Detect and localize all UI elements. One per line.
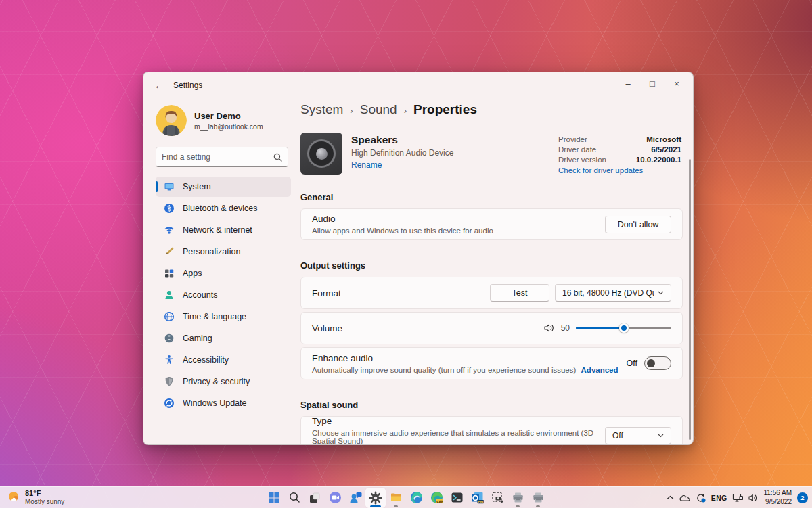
search-icon xyxy=(273,153,282,162)
snipping-tool-button[interactable] xyxy=(487,488,508,508)
terminal-button[interactable] xyxy=(447,488,467,508)
sidebar-item-accounts[interactable]: Accounts xyxy=(156,285,291,305)
chevron-down-icon xyxy=(658,434,664,438)
weather-widget[interactable]: 81°F Mostly sunny xyxy=(7,489,64,505)
outlook-pre-button[interactable]: PRE xyxy=(467,488,487,508)
audio-description: Allow apps and Windows to use this devic… xyxy=(312,227,605,235)
enhance-toggle-state: Off xyxy=(627,359,637,368)
driver-value: 10.0.22000.1 xyxy=(636,156,681,164)
user-profile[interactable]: User Demo m__lab@outlook.com xyxy=(156,105,290,136)
volume-label: Volume xyxy=(312,323,544,333)
titlebar: ← Settings – □ × xyxy=(143,72,693,98)
windows-logo-icon xyxy=(268,492,280,504)
sidebar-item-label: Apps xyxy=(183,269,202,278)
format-dropdown[interactable]: 16 bit, 48000 Hz (DVD Quality) xyxy=(555,284,671,302)
scrollbar[interactable] xyxy=(689,159,691,440)
driver-row: Driver date 6/5/2021 xyxy=(558,145,681,154)
taskbar-apps: CAN PRE xyxy=(264,488,548,508)
device-description: High Definition Audio Device xyxy=(351,148,453,158)
enhance-audio-title: Enhance audio xyxy=(312,353,627,363)
back-button[interactable]: ← xyxy=(149,77,169,93)
start-button[interactable] xyxy=(264,488,284,508)
breadcrumb-sound[interactable]: Sound xyxy=(360,102,397,117)
tray-date: 9/5/2022 xyxy=(763,498,792,507)
printer-a-button[interactable] xyxy=(508,488,528,508)
network-icon[interactable] xyxy=(732,493,743,502)
sidebar-item-time-language[interactable]: Time & language xyxy=(156,306,291,327)
onedrive-cloud-icon[interactable] xyxy=(679,494,690,501)
sidebar-item-system[interactable]: System xyxy=(156,177,291,197)
search-input[interactable] xyxy=(162,152,273,162)
test-button[interactable]: Test xyxy=(490,284,549,302)
taskbar-search-button[interactable] xyxy=(284,488,304,508)
volume-slider-fill xyxy=(576,327,624,329)
volume-slider[interactable] xyxy=(576,323,671,333)
speaker-tray-icon[interactable] xyxy=(748,494,758,502)
time-language-icon xyxy=(164,311,175,322)
check-driver-updates-link[interactable]: Check for driver updates xyxy=(558,166,681,175)
sidebar-item-personalization[interactable]: Personalization xyxy=(156,241,291,262)
sidebar-item-accessibility[interactable]: Accessibility xyxy=(156,350,291,370)
sidebar-item-label: Gaming xyxy=(183,333,212,343)
format-card: Format Test 16 bit, 48000 Hz (DVD Qualit… xyxy=(300,277,683,309)
enhance-audio-toggle[interactable] xyxy=(644,356,671,370)
sidebar-item-privacy-security[interactable]: Privacy & security xyxy=(156,371,291,392)
sidebar-item-apps[interactable]: Apps xyxy=(156,263,291,283)
edge-canary-button[interactable]: CAN xyxy=(426,488,447,508)
sidebar-item-label: Personalization xyxy=(183,247,240,256)
sidebar: User Demo m__lab@outlook.com System Blue… xyxy=(143,98,300,444)
section-general: General xyxy=(300,192,681,202)
section-spatial-sound: Spatial sound xyxy=(300,400,681,410)
chevron-up-icon[interactable] xyxy=(667,495,674,500)
sun-cloud-icon xyxy=(7,490,20,504)
gaming-icon xyxy=(164,333,175,344)
format-dropdown-value: 16 bit, 48000 Hz (DVD Quality) xyxy=(562,288,654,298)
clock[interactable]: 11:56 AM 9/5/2022 xyxy=(763,489,792,506)
rename-link[interactable]: Rename xyxy=(351,160,453,170)
chevron-down-icon xyxy=(658,291,664,295)
folder-icon xyxy=(390,491,403,504)
taskbar: 81°F Mostly sunny xyxy=(0,486,812,508)
minimize-button[interactable]: – xyxy=(616,74,640,93)
language-indicator[interactable]: ENG xyxy=(711,494,727,502)
advanced-link[interactable]: Advanced xyxy=(581,366,618,374)
maximize-button[interactable]: □ xyxy=(640,74,664,93)
active-app-indicator xyxy=(370,505,381,507)
search-box[interactable] xyxy=(156,147,288,167)
volume-slider-thumb[interactable] xyxy=(619,323,629,333)
breadcrumb-separator: › xyxy=(350,104,353,116)
driver-label: Driver version xyxy=(558,156,606,164)
notification-badge[interactable]: 2 xyxy=(797,492,808,503)
speaker-volume-icon xyxy=(544,323,555,333)
sync-update-icon[interactable] xyxy=(696,493,706,503)
format-label: Format xyxy=(312,288,490,298)
sidebar-item-label: Network & internet xyxy=(183,225,252,235)
file-explorer-button[interactable] xyxy=(386,488,406,508)
sidebar-item-label: Privacy & security xyxy=(183,377,250,386)
breadcrumb: System › Sound › Properties xyxy=(300,102,681,117)
printer-icon xyxy=(512,491,524,504)
task-view-button[interactable] xyxy=(304,488,325,508)
dont-allow-button[interactable]: Don't allow xyxy=(605,216,671,233)
svg-text:PRE: PRE xyxy=(478,500,483,503)
avatar xyxy=(156,105,187,136)
edge-button[interactable] xyxy=(406,488,426,508)
people-chat-button[interactable] xyxy=(345,488,365,508)
printer-b-button[interactable] xyxy=(528,488,548,508)
spatial-type-dropdown[interactable]: Off xyxy=(605,427,671,444)
chat-button[interactable] xyxy=(325,488,345,508)
personalization-icon xyxy=(164,246,175,257)
breadcrumb-system[interactable]: System xyxy=(300,102,343,117)
sidebar-item-network-internet[interactable]: Network & internet xyxy=(156,220,291,240)
settings-app-button[interactable] xyxy=(365,488,386,508)
sidebar-item-bluetooth-devices[interactable]: Bluetooth & devices xyxy=(156,198,291,218)
close-button[interactable]: × xyxy=(664,74,689,93)
printer-icon xyxy=(532,491,545,504)
outlook-pre-icon: PRE xyxy=(471,491,484,504)
sidebar-item-gaming[interactable]: Gaming xyxy=(156,328,291,348)
enhance-audio-description: Automatically improve sound quality (tur… xyxy=(312,366,576,374)
weather-temp: 81°F xyxy=(25,489,64,498)
toggle-knob xyxy=(647,359,655,367)
sidebar-item-windows-update[interactable]: Windows Update xyxy=(156,393,291,413)
audio-title: Audio xyxy=(312,214,605,224)
